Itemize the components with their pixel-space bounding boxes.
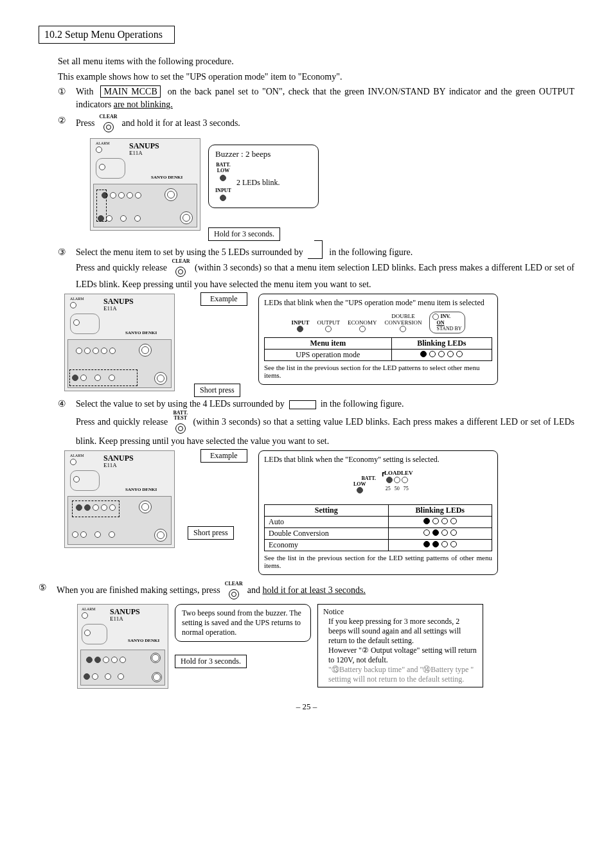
ups-panel-figure-3: ALARM SANUPS E11A SANYO DENKI — [64, 450, 175, 548]
batt-test-button-icon: BATT. TEST — [173, 411, 188, 434]
hold-3s-label: Hold for 3 seconds. — [208, 227, 280, 241]
buzzer-callout: Buzzer : 2 beeps BATT. LOW INPUT 2 LEDs … — [208, 145, 319, 208]
step-2-num: ② — [58, 114, 76, 133]
step-1-text: With MAIN MCCB on the back panel set to … — [76, 85, 574, 112]
two-beeps-callout: Two beeps sound from the buzzer. The set… — [175, 604, 311, 642]
page-number: – 25 – — [39, 702, 574, 712]
intro-line-1: Set all menu items with the following pr… — [58, 55, 574, 68]
notice-box: Notice If you keep pressing for 3 more s… — [317, 604, 483, 687]
menu-item-led-box: LEDs that blink when the "UPS operation … — [258, 294, 498, 385]
rect-icon — [289, 400, 316, 409]
short-press-label: Short press — [194, 384, 240, 397]
clear-button-icon: CLEAR — [225, 581, 243, 600]
step-5-text: When you are finished making settings, p… — [57, 581, 574, 600]
ups-panel-figure-4: ALARM SANUPS E11A SANYO DENKI — [77, 604, 168, 689]
ups-panel-figure-2: ALARM SANUPS E11A SANYO DENKI — [64, 294, 175, 391]
step-1-num: ① — [58, 85, 76, 112]
step-3-num: ③ — [58, 246, 76, 291]
step-5-num: ⑤ — [39, 581, 57, 600]
section-title: 10.2 Setup Menu Operations — [39, 26, 175, 44]
step-4-text: Select the value to set by using the 4 L… — [76, 398, 574, 448]
step-3-text: Select the menu item to set by using the… — [76, 246, 574, 291]
clear-button-icon: CLEAR — [100, 114, 118, 133]
step-2-text: Press CLEAR and hold it for at least 3 s… — [76, 114, 574, 133]
example-label: Example — [200, 449, 247, 463]
step-4-num: ④ — [58, 398, 76, 448]
ups-panel-figure-1: ALARM SANUPS E11A SANYO DENKI — [90, 138, 200, 231]
clear-button-icon: CLEAR — [172, 259, 190, 278]
main-mccb-box: MAIN MCCB — [100, 85, 160, 98]
bracket-icon — [308, 247, 323, 259]
hold-3s-label: Hold for 3 seconds. — [175, 655, 247, 668]
setting-led-box: LEDs that blink when the "Economy" setti… — [258, 450, 498, 575]
short-press-label: Short press — [188, 526, 234, 540]
example-label: Example — [200, 292, 247, 306]
intro-line-2: This example shows how to set the "UPS o… — [58, 71, 574, 84]
